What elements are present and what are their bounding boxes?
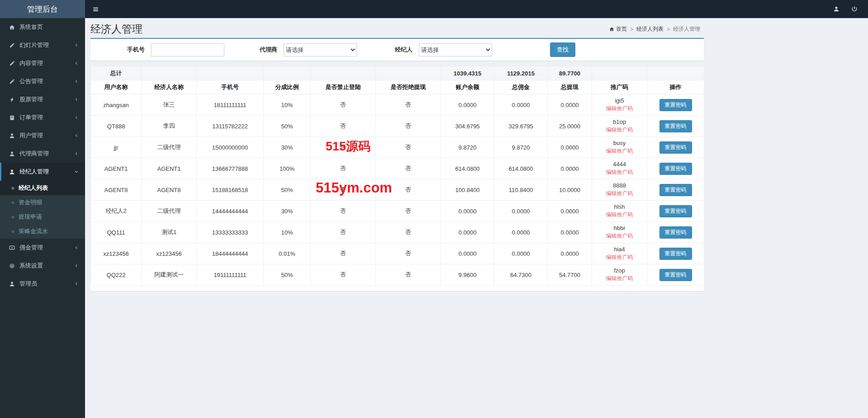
broker-name-cell: 李四 (142, 116, 197, 137)
action-cell: 重置密码 (647, 137, 704, 158)
commission-cell: 64.7300 (494, 264, 548, 286)
edit-promo-link[interactable]: 编辑推广码 (594, 254, 645, 261)
sidebar-item-link[interactable]: 经纪人管理 (0, 163, 85, 181)
reset-password-button[interactable]: 重置密码 (659, 141, 692, 154)
bars-icon (92, 6, 99, 13)
breadcrumb-item[interactable]: 经济人列表 (636, 25, 664, 33)
balance-cell: 9.9600 (441, 264, 494, 286)
search-button[interactable]: 查找 (550, 42, 575, 57)
ratio-cell: 50% (264, 264, 311, 286)
navbar-right (827, 0, 863, 18)
edit-promo-link[interactable]: 编辑推广码 (594, 211, 645, 219)
broker-name-cell: AGENT1 (142, 158, 197, 179)
sidebar-item-label: 佣金管理 (19, 244, 43, 252)
reset-password-button[interactable]: 重置密码 (659, 248, 692, 260)
sidebar-item-link[interactable]: 佣金管理 (0, 239, 85, 257)
sidebar-item-label: 系统首页 (19, 23, 43, 31)
reset-password-button[interactable]: 重置密码 (659, 205, 692, 217)
promo-cell: hlsh编辑推广码 (592, 201, 647, 222)
sidebar-subitem-label: 策略金流水 (19, 227, 48, 235)
action-cell: 重置密码 (647, 158, 704, 179)
reset-password-button[interactable]: 重置密码 (659, 99, 692, 111)
broker-name-cell: xz123456 (142, 243, 197, 264)
sidebar-menu: 系统首页幻灯片管理内容管理公告管理股票管理订单管理用户管理代理商管理经纪人管理经… (0, 18, 85, 293)
reset-password-button[interactable]: 重置密码 (659, 163, 692, 175)
sidebar-item-link[interactable]: 用户管理 (0, 127, 85, 145)
ratio-cell: 50% (264, 179, 311, 201)
agent-select[interactable]: 请选择 (284, 43, 357, 56)
sidebar-item-link[interactable]: 内容管理 (0, 54, 85, 72)
reset-password-button[interactable]: 重置密码 (659, 184, 692, 196)
balance-cell: 0.0000 (441, 243, 494, 264)
breadcrumb-item[interactable]: 首页 (609, 25, 627, 33)
breadcrumb-separator: > (667, 26, 670, 33)
sidebar-item-label: 股票管理 (19, 95, 43, 103)
edit-promo-link[interactable]: 编辑推广码 (594, 275, 645, 282)
phone-input[interactable] (151, 43, 224, 56)
username-cell: 经纪人2 (91, 201, 142, 222)
logout-button[interactable] (845, 0, 863, 18)
edit-promo-link[interactable]: 编辑推广码 (594, 190, 645, 197)
sidebar-item-link[interactable]: 管理员 (0, 275, 85, 293)
ratio-cell: 100% (264, 158, 311, 179)
edit-promo-link[interactable]: 编辑推广码 (594, 105, 645, 113)
bolt-icon (8, 97, 16, 103)
sidebar-item-link[interactable]: 幻灯片管理 (0, 36, 85, 54)
sidebar-item-link[interactable]: 股票管理 (0, 90, 85, 108)
sidebar-item: 佣金管理 (0, 239, 85, 257)
edit-promo-link[interactable]: 编辑推广码 (594, 232, 645, 240)
app-logo[interactable]: 管理后台 (0, 0, 85, 18)
sidebar-subitem-label: 提现申请 (19, 213, 42, 221)
brokers-table-box: 总计1039.43151129.201589.7700用户名称经济人名称手机号分… (90, 66, 704, 291)
promo-code: hia4 (594, 246, 645, 253)
breadcrumb-label: 经济人列表 (636, 25, 664, 33)
username-cell: jjr (91, 137, 142, 158)
column-header: 账户余额 (441, 80, 494, 94)
sidebar-item-link[interactable]: 系统设置 (0, 257, 85, 275)
summary-row: 总计1039.43151129.201589.7700 (91, 66, 704, 80)
sidebar-subitem-link[interactable]: 提现申请 (0, 210, 85, 224)
main-content: 经济人管理 首页>经济人列表>经济人管理 手机号 代理商 请选择 经纪人 请选择… (85, 18, 868, 418)
breadcrumb-label: 经济人管理 (673, 26, 700, 32)
sidebar-subitem-link[interactable]: 经纪人列表 (0, 181, 85, 195)
user-menu-button[interactable] (827, 0, 845, 18)
sidebar-item: 经纪人管理经纪人列表资金明细提现申请策略金流水 (0, 163, 85, 239)
sidebar-item-link[interactable]: 代理商管理 (0, 145, 85, 163)
sidebar-toggle-button[interactable] (85, 0, 106, 18)
column-header: 总提现 (548, 80, 592, 94)
username-cell: QQ222 (91, 264, 142, 286)
sidebar-item-label: 系统设置 (19, 262, 43, 270)
chevron-left-icon (74, 151, 79, 156)
summary-ratio-cell (264, 66, 311, 80)
column-header: 用户名称 (91, 80, 142, 94)
broker-name-cell: 测试1 (142, 222, 197, 243)
user-icon (833, 6, 840, 12)
sidebar-item-link[interactable]: 系统首页 (0, 18, 85, 36)
column-header: 经济人名称 (142, 80, 197, 94)
reset-password-button[interactable]: 重置密码 (659, 120, 692, 132)
gear-icon (8, 263, 16, 269)
action-cell: 重置密码 (647, 116, 704, 137)
sidebar-item-link[interactable]: 公告管理 (0, 72, 85, 90)
balance-cell: 304.6795 (441, 116, 494, 137)
sidebar-subitem-link[interactable]: 资金明细 (0, 195, 85, 210)
edit-promo-link[interactable]: 编辑推广码 (594, 126, 645, 134)
summary-ban-login-cell (311, 66, 376, 80)
withdraw-cell: 0.0000 (548, 137, 592, 158)
sidebar-subitem-label: 资金明细 (19, 198, 42, 207)
reset-password-button[interactable]: 重置密码 (659, 269, 692, 281)
reset-password-button[interactable]: 重置密码 (659, 226, 692, 239)
summary-refuse-withdraw-cell (376, 66, 441, 80)
breadcrumb: 首页>经济人列表>经济人管理 (609, 25, 700, 33)
edit-promo-link[interactable]: 编辑推广码 (594, 169, 645, 176)
sidebar-item: 公告管理 (0, 72, 85, 90)
edit-promo-link[interactable]: 编辑推广码 (594, 147, 645, 155)
broker-select[interactable]: 请选择 (419, 43, 492, 56)
sidebar-item-link[interactable]: 订单管理 (0, 108, 85, 127)
username-cell: QQ111 (91, 222, 142, 243)
broker-label: 经纪人 (395, 46, 413, 54)
column-header: 分成比例 (264, 80, 311, 94)
balance-cell: 0.0000 (441, 222, 494, 243)
sidebar-subitem-link[interactable]: 策略金流水 (0, 224, 85, 239)
balance-cell: 0.0000 (441, 94, 494, 116)
